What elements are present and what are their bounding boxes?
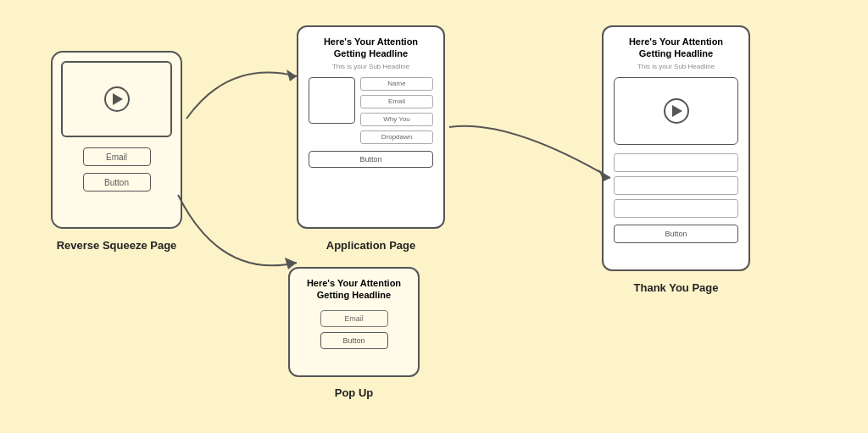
rsp-email-field: Email [83,147,151,166]
popup-label: Pop Up [288,386,420,399]
app-field-name: Name [360,77,433,91]
ty-label: Thank You Page [602,281,750,294]
canvas: Email Button Reverse Squeeze Page Here's… [0,0,868,433]
thank-you-card: Here's Your Attention Getting Headline T… [602,25,750,271]
app-fields: Name Email Why You Dropdawn [360,77,433,144]
popup-headline: Here's Your Attention Getting Headline [302,277,406,302]
app-field-email: Email [360,95,433,108]
application-card: Here's Your Attention Getting Headline T… [297,25,445,229]
ty-item-3 [614,199,738,218]
app-field-dropdown: Dropdawn [360,130,433,144]
play-triangle [113,93,123,105]
app-body: Name Email Why You Dropdawn [309,77,433,144]
app-subheadline: This is your Sub Headline [309,63,433,70]
ty-button: Button [614,225,738,243]
ty-video-placeholder [614,77,738,145]
ty-headline: Here's Your Attention Getting Headline [614,36,738,60]
ty-play-triangle [672,105,682,117]
ty-item-2 [614,176,738,195]
ty-play-icon [664,98,689,124]
arrow-app-to-ty [441,110,619,220]
svg-marker-0 [287,69,297,81]
ty-item-1 [614,153,738,172]
app-headline: Here's Your Attention Getting Headline [309,36,433,60]
reverse-squeeze-card: Email Button [51,51,182,229]
app-label: Application Page [297,239,445,252]
popup-button: Button [320,332,388,349]
ty-subheadline: This is your Sub Headline [614,63,738,70]
rsp-video-placeholder [61,61,172,137]
popup-email-field: Email [320,310,388,327]
rsp-label: Reverse Squeeze Page [51,239,182,252]
app-image-placeholder [309,77,355,124]
ty-items [614,153,738,218]
popup-card: Here's Your Attention Getting Headline E… [288,267,420,377]
play-icon [104,86,130,112]
arrow-rsp-to-app [178,51,314,153]
app-button: Button [309,151,433,168]
rsp-button: Button [83,173,151,192]
app-field-why: Why You [360,113,433,126]
